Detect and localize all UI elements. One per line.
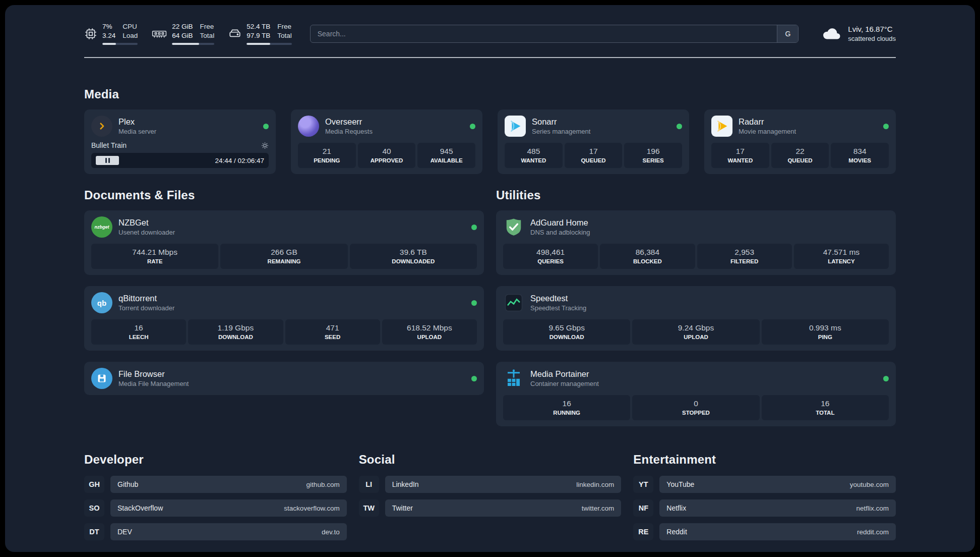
now-playing-title: Bullet Train — [91, 141, 127, 149]
stat-pending: 21 PENDING — [298, 143, 356, 168]
section-title-media: Media — [84, 87, 896, 101]
dashboard-content: Media Plex Media server — [5, 87, 975, 552]
app-title: Radarr — [739, 117, 796, 127]
storage-metric: 52.4 TB 97.9 TB Free Total — [228, 22, 292, 45]
bookmark-dev: DT DEV dev.to — [84, 523, 347, 540]
section-utilities: Utilities AdGuard Home — [496, 188, 896, 426]
search-input[interactable] — [311, 25, 777, 42]
bookmark-youtube: YT YouTube youtube.com — [633, 476, 896, 493]
app-card-nzbget[interactable]: nzbget NZBGet Usenet downloader 744.21 M… — [84, 210, 484, 275]
qbittorrent-icon: qb — [91, 292, 112, 313]
system-metrics: 7% 3.24 CPU Load — [84, 22, 292, 45]
portainer-icon — [503, 368, 524, 389]
bookmark-stackoverflow: SO StackOverflow stackoverflow.com — [84, 499, 347, 517]
bookmark-group-social: Social LI LinkedIn linkedin.com TW Twitt… — [359, 453, 622, 517]
bookmark-link-github[interactable]: Github github.com — [110, 476, 347, 493]
storage-free-value: 52.4 TB — [247, 22, 270, 31]
pause-button[interactable] — [96, 156, 119, 165]
app-card-adguard[interactable]: AdGuard Home DNS and adblocking 498,461 … — [496, 210, 896, 275]
app-subtitle: DNS and adblocking — [530, 229, 590, 236]
stat-queued: 22 QUEUED — [771, 143, 829, 168]
search-engine-button[interactable]: G — [777, 25, 798, 42]
memory-label-bottom: Total — [200, 31, 215, 40]
storage-usage-bar — [247, 43, 292, 45]
bookmark-abbr: RE — [633, 523, 653, 540]
bookmark-link-dev[interactable]: DEV dev.to — [110, 523, 347, 540]
app-card-plex[interactable]: Plex Media server Bullet Train — [84, 109, 276, 174]
bookmark-link-stackoverflow[interactable]: StackOverflow stackoverflow.com — [110, 499, 347, 517]
app-card-speedtest[interactable]: Speedtest Speedtest Tracking 9.65 Gbps D… — [496, 286, 896, 351]
app-subtitle: Torrent downloader — [118, 304, 174, 312]
plex-icon — [91, 116, 112, 137]
stat-filtered: 2,953 FILTERED — [697, 244, 792, 269]
stat-stopped: 0 STOPPED — [632, 395, 759, 420]
cloud-icon — [821, 23, 842, 44]
stat-blocked: 86,384 BLOCKED — [600, 244, 695, 269]
section-title-documents: Documents & Files — [84, 188, 484, 202]
weather-widget[interactable]: Lviv, 16.87°C scattered clouds — [821, 23, 896, 44]
now-playing: Bullet Train — [91, 141, 269, 168]
stat-latency: 47.571 ms LATENCY — [794, 244, 889, 269]
bookmark-abbr: LI — [359, 476, 379, 493]
memory-metric: 22 GiB 64 GiB Free Total — [152, 22, 214, 45]
stat-running: 16 RUNNING — [503, 395, 630, 420]
app-title: Speedtest — [530, 294, 586, 303]
stat-series: 196 SERIES — [624, 143, 682, 168]
bookmark-link-netflix[interactable]: Netflix netflix.com — [659, 499, 896, 517]
app-card-sonarr[interactable]: Sonarr Series management 485 WANTED 17 Q… — [498, 109, 689, 174]
stat-queued: 17 QUEUED — [565, 143, 623, 168]
bookmark-link-youtube[interactable]: YouTube youtube.com — [659, 476, 896, 493]
stat-remaining: 266 GB REMAINING — [220, 244, 347, 269]
app-subtitle: Speedtest Tracking — [530, 304, 586, 312]
top-bar: 7% 3.24 CPU Load — [5, 5, 975, 45]
status-dot — [471, 376, 477, 381]
stat-seed: 471 SEED — [285, 319, 380, 345]
app-card-portainer[interactable]: Media Portainer Container management 16 … — [496, 362, 896, 426]
cpu-label-top: CPU — [122, 22, 138, 31]
filebrowser-icon — [91, 368, 112, 389]
app-title: Media Portainer — [530, 369, 599, 379]
bookmark-abbr: TW — [359, 499, 379, 517]
app-card-qbittorrent[interactable]: qb qBittorrent Torrent downloader 16 LEE… — [84, 286, 484, 351]
app-card-overseerr[interactable]: Overseerr Media Requests 21 PENDING 40 A… — [291, 109, 482, 174]
bookmark-link-linkedin[interactable]: LinkedIn linkedin.com — [385, 476, 622, 493]
memory-free-value: 22 GiB — [172, 22, 193, 31]
stat-approved: 40 APPROVED — [358, 143, 416, 168]
radarr-icon — [711, 116, 732, 137]
playback-time: 24:44 / 02:06:47 — [215, 157, 264, 164]
app-title: qBittorrent — [118, 294, 174, 303]
app-subtitle: Container management — [530, 380, 599, 387]
section-title-entertainment: Entertainment — [633, 453, 896, 467]
app-title: AdGuard Home — [530, 218, 590, 228]
app-subtitle: Movie management — [739, 128, 796, 135]
memory-label-top: Free — [200, 22, 215, 31]
app-card-filebrowser[interactable]: File Browser Media File Management — [84, 362, 484, 395]
app-title: File Browser — [118, 369, 189, 379]
stat-ping: 0.993 ms PING — [762, 319, 889, 345]
overseerr-icon — [298, 116, 319, 137]
section-title-developer: Developer — [84, 453, 347, 467]
topbar-divider — [84, 57, 896, 58]
playback-progress-bar[interactable]: 24:44 / 02:06:47 — [91, 153, 269, 168]
section-media: Media Plex Media server — [84, 87, 896, 174]
section-documents: Documents & Files nzbget NZBGet Usenet d… — [84, 188, 484, 395]
bookmark-abbr: YT — [633, 476, 653, 493]
bookmark-abbr: DT — [84, 523, 104, 540]
stat-wanted: 485 WANTED — [505, 143, 563, 168]
weather-condition: scattered clouds — [848, 34, 896, 43]
stat-wanted: 17 WANTED — [711, 143, 769, 168]
status-dot — [883, 124, 889, 129]
stat-total: 16 TOTAL — [762, 395, 889, 420]
weather-location-temp: Lviv, 16.87°C — [848, 24, 896, 34]
cpu-usage-bar — [102, 43, 138, 45]
storage-label-top: Free — [277, 22, 292, 31]
app-card-radarr[interactable]: Radarr Movie management 17 WANTED 22 QUE… — [704, 109, 896, 174]
status-dot — [471, 225, 477, 230]
bookmark-link-reddit[interactable]: Reddit reddit.com — [659, 523, 896, 540]
bookmark-link-twitter[interactable]: Twitter twitter.com — [385, 499, 622, 517]
storage-total-value: 97.9 TB — [247, 31, 270, 40]
stat-available: 945 AVAILABLE — [417, 143, 475, 168]
stat-downloaded: 39.6 TB DOWNLOADED — [350, 244, 477, 269]
stat-queries: 498,461 QUERIES — [503, 244, 598, 269]
gear-icon[interactable] — [261, 142, 269, 149]
